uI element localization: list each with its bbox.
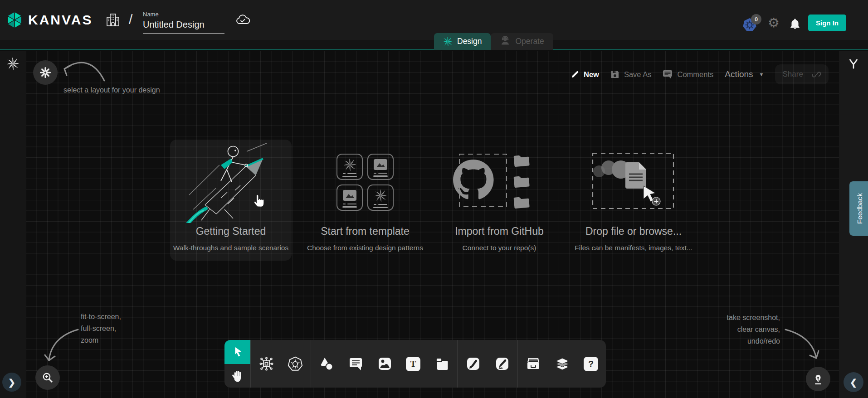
tool-dock: T bbox=[224, 340, 606, 388]
image-tool[interactable] bbox=[377, 356, 392, 372]
note-tool[interactable] bbox=[434, 356, 449, 372]
card-drop-file-browse[interactable]: Drop file or browse... Files can be mani… bbox=[573, 140, 694, 261]
notifications-bell-icon[interactable] bbox=[789, 18, 801, 32]
layout-flower-icon bbox=[39, 67, 51, 78]
expand-left-panel-button[interactable]: ❯ bbox=[2, 373, 21, 392]
organization-icon[interactable] bbox=[106, 12, 120, 30]
shapes-icon bbox=[319, 356, 334, 372]
template-tile-image bbox=[336, 184, 363, 211]
card-title: Start from template bbox=[321, 225, 410, 238]
pen-tool[interactable] bbox=[465, 356, 481, 372]
zoom-hint-text: fit-to-screen, full-screen, zoom bbox=[81, 311, 121, 346]
comment-tool[interactable] bbox=[348, 356, 363, 372]
pen-bezier-icon bbox=[466, 356, 481, 371]
card-subtitle: Choose from existing design patterns bbox=[307, 244, 423, 252]
operate-headset-icon bbox=[500, 35, 511, 48]
magnifier-plus-icon bbox=[42, 372, 54, 384]
hand-icon bbox=[231, 369, 244, 383]
folder-icon bbox=[514, 175, 530, 188]
card-subtitle: Connect to your repo(s) bbox=[463, 244, 536, 252]
pencil-draw-icon bbox=[495, 356, 510, 371]
cursor-arrow-icon bbox=[232, 346, 243, 358]
save-as-button[interactable]: Save As bbox=[610, 70, 652, 79]
kanvas-app: KANVAS / Name bbox=[0, 0, 868, 398]
settings-gear-icon[interactable]: ⚙ bbox=[768, 16, 780, 29]
design-name-field: Name bbox=[143, 11, 224, 34]
floppy-icon bbox=[610, 70, 619, 79]
pen-nib-icon bbox=[812, 373, 824, 385]
circuit-icon bbox=[259, 356, 274, 371]
image-icon bbox=[374, 159, 387, 170]
shapes-tool[interactable] bbox=[319, 356, 334, 372]
rocket-rider-illustration bbox=[178, 141, 284, 223]
comments-button[interactable]: Comments bbox=[663, 70, 713, 79]
validate-y-icon[interactable] bbox=[848, 58, 859, 70]
design-name-input[interactable] bbox=[143, 19, 224, 34]
kubernetes-tool[interactable] bbox=[288, 356, 303, 372]
image-icon bbox=[343, 190, 356, 201]
drawer-tool[interactable] bbox=[526, 356, 541, 372]
folder-icon bbox=[514, 155, 530, 167]
new-design-button[interactable]: New bbox=[571, 70, 599, 79]
layout-select-button[interactable] bbox=[33, 60, 58, 85]
card-subtitle: Files can be manifests, images, text... bbox=[575, 244, 692, 252]
template-tiles bbox=[336, 154, 394, 211]
card-title: Drop file or browse... bbox=[585, 225, 682, 238]
card-title: Import from GitHub bbox=[455, 225, 544, 238]
tab-design[interactable]: Design bbox=[434, 33, 491, 50]
collapse-right-panel-button[interactable]: ❮ bbox=[844, 372, 863, 392]
mode-tabs: Design Operate bbox=[434, 33, 553, 50]
select-tool[interactable] bbox=[224, 340, 250, 364]
cluster-count-badge: 0 bbox=[751, 14, 761, 24]
layers-tool[interactable] bbox=[555, 356, 570, 372]
breadcrumb-separator: / bbox=[129, 12, 132, 27]
help-tool[interactable]: ? bbox=[584, 357, 598, 371]
card-subtitle: Walk-throughs and sample scenarios bbox=[173, 244, 288, 252]
left-rail: ❯ bbox=[0, 51, 26, 398]
kubernetes-wheel-icon bbox=[288, 356, 303, 372]
chevron-down-icon: ▼ bbox=[759, 72, 764, 77]
hand-pointer-cursor bbox=[252, 192, 266, 208]
sign-in-button[interactable]: Sign In bbox=[808, 15, 846, 31]
feedback-tab[interactable]: Feedback bbox=[849, 181, 868, 236]
github-import-illustration bbox=[445, 150, 554, 214]
meshery-swirl-icon[interactable] bbox=[7, 58, 19, 70]
link-icon bbox=[812, 70, 821, 79]
kanvas-logo-icon bbox=[5, 11, 24, 31]
image-icon bbox=[377, 356, 392, 371]
actions-dropdown[interactable]: Actions ▼ bbox=[725, 69, 764, 79]
sticky-note-icon bbox=[434, 356, 449, 371]
card-start-from-template[interactable]: Start from template Choose from existing… bbox=[304, 140, 426, 261]
template-tile-swirl bbox=[367, 184, 394, 211]
canvas-tools-hint-arrow bbox=[781, 323, 824, 364]
design-swirl-icon bbox=[443, 37, 453, 46]
share-button[interactable]: Share bbox=[775, 64, 829, 84]
component-tool[interactable] bbox=[258, 356, 274, 372]
cloud-sync-icon bbox=[235, 14, 250, 28]
card-import-from-github[interactable]: Import from GitHub Connect to your repo(… bbox=[439, 140, 560, 261]
pencil-icon bbox=[571, 70, 579, 79]
layout-hint-text: select a layout for your design bbox=[63, 84, 160, 96]
folder-icon bbox=[514, 196, 530, 209]
zoom-button[interactable] bbox=[35, 365, 60, 390]
card-title: Getting Started bbox=[196, 225, 266, 238]
brand-wordmark: KANVAS bbox=[28, 12, 93, 28]
template-tile-image bbox=[367, 154, 394, 180]
annotation-pen-button[interactable] bbox=[806, 367, 830, 391]
layers-icon bbox=[555, 356, 570, 372]
comment-bubble-icon bbox=[348, 356, 363, 371]
comment-icon bbox=[663, 70, 673, 79]
pencil-tool[interactable] bbox=[494, 356, 510, 372]
card-getting-started[interactable]: Getting Started Walk-throughs and sample… bbox=[170, 140, 292, 261]
tab-operate[interactable]: Operate bbox=[491, 33, 553, 50]
drawer-archive-icon bbox=[526, 356, 541, 371]
drop-file-illustration bbox=[588, 150, 679, 214]
name-label: Name bbox=[143, 11, 224, 18]
pan-tool[interactable] bbox=[224, 364, 250, 388]
canvas-tools-hint-text: take screenshot, clear canvas, undo/redo bbox=[727, 312, 780, 347]
canvas-toolbar: New Save As Comments Actions ▼ Share bbox=[571, 64, 829, 84]
text-tool[interactable]: T bbox=[406, 357, 420, 371]
zoom-hint-arrow bbox=[43, 323, 84, 364]
template-tile-swirl bbox=[336, 154, 363, 180]
